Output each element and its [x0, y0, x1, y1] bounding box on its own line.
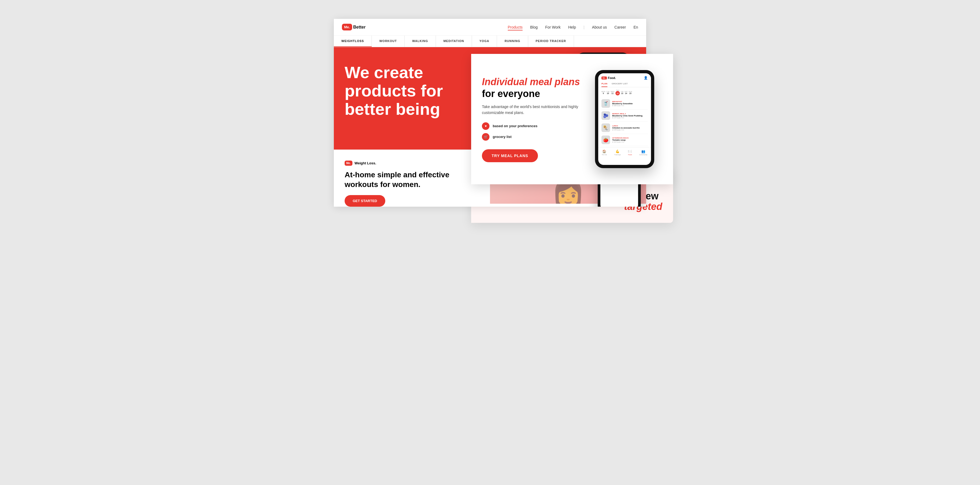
food-meal-name-0: Blueberry Smoothie — [612, 102, 648, 105]
navigation: Me. Better Products Blog For Work Help |… — [334, 19, 646, 35]
food-tabs: PLAN GROCERY LIST — [598, 81, 651, 87]
cal-day-mon: MON 9 — [601, 91, 605, 94]
try-meal-plans-button[interactable]: TRY MEAL PLANS — [482, 149, 538, 162]
subnav-walking[interactable]: WALKING — [405, 35, 436, 47]
meal-title: Individual meal plans for everyone — [482, 76, 584, 99]
nav-blog[interactable]: Blog — [530, 25, 538, 29]
food-logo-name: Food. — [608, 76, 616, 80]
logo-icon: Me. — [342, 24, 352, 30]
meal-content: Individual meal plans for everyone Take … — [482, 76, 584, 162]
food-meal-thumb-1: 🫐 — [601, 111, 610, 120]
food-tab-grocery[interactable]: GROCERY LIST — [612, 81, 628, 87]
food-meal-name-1: Blueberry Chia Seed Pudding — [612, 115, 648, 117]
subnav-weightloss[interactable]: WEIGHTLOSS — [334, 35, 372, 47]
nav-about[interactable]: About us — [592, 25, 607, 29]
cal-day-sun: SUN 15 — [628, 91, 632, 94]
meal-feature-grocery: 🛒 grocery list — [482, 133, 584, 140]
food-phone-mockup: Me. Food. 👤 PLAN GROCERY LIST MON 9 — [595, 70, 654, 168]
cal-day-sat: SAT 14 — [625, 91, 628, 94]
nav-divider: | — [584, 25, 584, 29]
food-meal-item-1: 🫐 MONDAY, MEAL 2 Blueberry Chia Seed Pud… — [601, 110, 648, 122]
subnav-meditation[interactable]: MEDITATION — [436, 35, 472, 47]
bottom-title: At-home simple and effective workouts fo… — [345, 170, 479, 190]
get-started-button[interactable]: GET STARTED — [345, 195, 385, 207]
food-meal-thumb-0: 🥤 — [601, 99, 610, 108]
food-meal-item-3: 🍅 AFTERNOON SNACK Tomato soup ● 315 kcal… — [601, 134, 648, 146]
food-nav-food[interactable]: 🍽️ Food — [628, 150, 632, 155]
cal-day-wed: WED 11 — [611, 91, 614, 94]
grocery-icon: 🛒 — [482, 133, 490, 140]
meal-feature-preferences: ♥ based on your preferences — [482, 122, 584, 130]
nav-help[interactable]: Help — [568, 25, 576, 29]
food-nav-forme[interactable]: 🏠 For me — [602, 150, 607, 155]
food-nav-community[interactable]: 👥 Community — [639, 150, 647, 155]
food-logo-badge: Me. — [601, 77, 607, 80]
sub-navigation: WEIGHTLOSS WORKOUT WALKING MEDITATION YO… — [334, 35, 646, 47]
nav-lang[interactable]: En — [633, 25, 638, 29]
food-logo: Me. Food. — [601, 76, 616, 80]
food-nav-trainings[interactable]: 💪 Trainings — [614, 150, 620, 155]
food-tab-plan[interactable]: PLAN — [601, 81, 608, 87]
food-calendar: MON 9 TUE 10 WED 11 THU — [598, 87, 651, 97]
food-meal-item-0: 🥤 BREAKFAST Blueberry Smoothie ● 368 kca… — [601, 97, 648, 110]
food-meal-thumb-3: 🍅 — [601, 136, 610, 144]
food-nav-community-icon: 👥 — [639, 150, 647, 153]
cal-day-fri: FRI 13 — [621, 91, 624, 94]
food-bottom-nav: 🏠 For me 💪 Trainings 🍽️ Food 👥 — [598, 147, 651, 156]
food-meal-item-2: 🌯 LUNCH Chicken & avocado burrito ● 378 … — [601, 122, 648, 134]
food-meal-meta-1: ● 147 kcals • h k — [612, 117, 648, 118]
food-meal-name-2: Chicken & avocado burrito — [612, 127, 648, 129]
subnav-period[interactable]: PERIOD TRACKER — [528, 35, 574, 47]
subnav-workout[interactable]: WORKOUT — [372, 35, 405, 47]
heart-icon: ♥ — [482, 122, 490, 130]
food-user-icon: 👤 — [644, 76, 648, 80]
nav-forwork[interactable]: For Work — [545, 25, 560, 29]
nav-products[interactable]: Products — [508, 25, 523, 30]
nav-career[interactable]: Career — [614, 25, 626, 29]
food-meal-meta-3: ● 315 kcals • h k — [612, 141, 648, 143]
meal-section-card: Individual meal plans for everyone Take … — [471, 54, 673, 184]
food-meal-meta-0: ● 368 kcals • h k — [612, 105, 648, 107]
food-nav-train-icon: 💪 — [614, 150, 620, 153]
logo-text: Better — [353, 25, 366, 30]
food-meal-name-3: Tomato soup — [612, 139, 648, 141]
food-meal-list: 🥤 BREAKFAST Blueberry Smoothie ● 368 kca… — [598, 97, 651, 146]
bottom-left: Me. Weight Loss. At-home simple and effe… — [334, 150, 490, 207]
cal-day-thu: THU 12 — [616, 89, 620, 96]
app-badge-icon: Me. — [345, 161, 352, 166]
app-badge-text: Weight Loss. — [355, 161, 376, 165]
subnav-yoga[interactable]: YOGA — [472, 35, 497, 47]
food-phone-header: Me. Food. 👤 — [598, 73, 651, 81]
meal-description: Take advantage of the world's best nutri… — [482, 104, 584, 116]
food-nav-home-icon: 🏠 — [602, 150, 607, 153]
cal-day-tue: TUE 10 — [606, 91, 609, 94]
app-badge: Me. Weight Loss. — [345, 161, 479, 166]
subnav-running[interactable]: RUNNING — [497, 35, 528, 47]
meal-features: ♥ based on your preferences 🛒 grocery li… — [482, 122, 584, 140]
logo[interactable]: Me. Better — [342, 24, 366, 30]
nav-links: Products Blog For Work Help | About us C… — [508, 25, 638, 30]
food-meal-thumb-2: 🌯 — [601, 123, 610, 132]
food-meal-meta-2: ● 378 kcals • h k — [612, 129, 648, 131]
food-nav-food-icon: 🍽️ — [628, 150, 632, 153]
